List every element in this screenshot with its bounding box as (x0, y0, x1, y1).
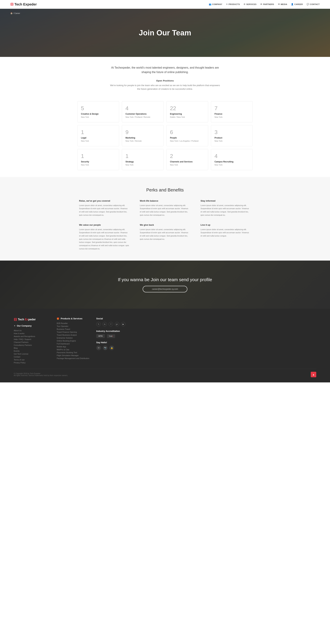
position-location: New York (214, 116, 249, 118)
footer-company-link[interactable]: Events (14, 350, 52, 352)
position-number: 2 (170, 153, 204, 159)
back-to-top-button[interactable]: ▲ (311, 372, 316, 377)
nav-partners[interactable]: 👁PARTNERS (260, 3, 274, 6)
footer-company-link[interactable]: Privacy Policy (14, 362, 52, 364)
footer-product-link[interactable]: Mobile App (57, 346, 91, 348)
footer-product-link[interactable]: Panoramic Booking Tool (57, 352, 91, 354)
footer-company-link[interactable]: Channel Partners (14, 341, 52, 343)
position-location: New York (81, 140, 116, 142)
footer-product-link[interactable]: Enterprise Solution (57, 337, 91, 339)
perk-item: Stay informed Lorem ipsum dolor sit amet… (200, 200, 251, 217)
perk-heading: We value our people (79, 224, 130, 226)
logo-text: Tech Expeder (14, 2, 37, 6)
position-card[interactable]: 6 People New York / Los Angeles / Portla… (166, 125, 208, 146)
perk-text: Lorem ipsum dolor sit amet, consectetur … (79, 228, 130, 250)
hello-instagram-icon[interactable]: 📷 (103, 346, 108, 350)
position-number: 7 (214, 106, 249, 111)
position-card[interactable]: 1 Security New York (77, 149, 119, 170)
cta-content: If you wanna be Join our team send your … (118, 277, 212, 292)
position-location: New York (170, 164, 204, 166)
position-location: Dublin / New York (170, 116, 204, 118)
position-card[interactable]: 22 Engineering Dublin / New York (166, 101, 208, 122)
footer-company-link[interactable]: How it works (14, 332, 52, 334)
positions-grid: 5 Creative & Design New York 4 Customer … (77, 101, 253, 170)
footer-logo: ⊟ Tech Expeder (14, 317, 52, 322)
position-card[interactable]: 4 Campus Recruiting New York (211, 149, 253, 170)
perk-heading: Stay informed (200, 200, 251, 202)
nav-company[interactable]: 👥COMPANY (209, 3, 222, 6)
nav-links: 👥COMPANY ✈PRODUCTS ⚙SERVICES 👁PARTNERS 👁… (209, 3, 320, 6)
position-number: 1 (81, 130, 116, 135)
position-name: Strategy (126, 160, 160, 163)
accreditation-logos: IATA TAEi (96, 334, 134, 338)
footer-company-link[interactable]: Get Tech License (14, 353, 52, 355)
position-name: Engineering (170, 113, 204, 115)
footer-product-link[interactable]: Business Travel (57, 328, 91, 330)
position-card[interactable]: 9 Marketing New York / Remote (122, 125, 164, 146)
perk-text: Lorem ipsum dolor sit amet, consectetur … (200, 228, 251, 238)
footer-product-link[interactable]: B2B Reseller (57, 322, 91, 324)
perk-text: Lorem ipsum dolor sit amet, consectetur … (79, 204, 130, 217)
footer-company-link[interactable]: Terms of use (14, 359, 52, 361)
footer-company-link[interactable]: Blog (14, 347, 52, 349)
perk-heading: Relax, we've got you covered (79, 200, 130, 202)
social-twitter-icon[interactable]: 𝕏 (96, 322, 101, 326)
social-linkedin-icon[interactable]: in (102, 322, 107, 326)
say-hello-icons: ✉ 📷 🔒 (96, 346, 134, 350)
position-card[interactable]: 1 Strategy New York (122, 149, 164, 170)
footer-company-link[interactable]: Consultancy Partners (14, 344, 52, 346)
footer-company-link[interactable]: Awards and Recognitions (14, 335, 52, 338)
logo[interactable]: ⊟ Tech Expeder (10, 2, 37, 6)
position-card[interactable]: 7 Finance New York (211, 101, 253, 122)
footer-product-link[interactable]: Travel Finance Opening (57, 331, 91, 333)
position-name: People (170, 137, 204, 139)
footer-company-links: About UsHow it worksAwards and Recogniti… (14, 330, 52, 364)
cta-email-input[interactable] (143, 286, 187, 292)
footer-product-link[interactable]: Package Management and Distribution (57, 357, 91, 360)
position-card[interactable]: 1 Legal New York (77, 125, 119, 146)
footer-company-title: ✦ Our Company (14, 324, 52, 327)
products-icon: ✈ (226, 3, 228, 6)
footer-product-link[interactable]: Travel Business Analyst (57, 334, 91, 336)
intro-text: At Techexpeder, the world's most talente… (108, 66, 222, 74)
social-googleplus-icon[interactable]: g+ (115, 322, 119, 326)
footer-company-link[interactable]: Contact (14, 356, 52, 358)
footer-copyright: © Copyright 2018 by Tech Expeder All rig… (14, 372, 68, 376)
nav-career[interactable]: 👤CAREER (291, 3, 303, 6)
footer-product-link[interactable]: Flight Simulation Manager (57, 354, 91, 356)
nav-contact[interactable]: 💬CONTACT (306, 3, 320, 6)
company-icon: 👥 (209, 3, 212, 6)
products-col-icon: 🎁 (57, 318, 59, 320)
position-card[interactable]: 4 Customer Operations New York / Portlan… (122, 101, 164, 122)
hello-email-icon[interactable]: ✉ (96, 346, 101, 350)
position-card[interactable]: 2 Channels and Services New York (166, 149, 208, 170)
footer-product-link[interactable]: Mid/Pro & Clas (57, 348, 91, 350)
footer-social-title: Social (96, 317, 134, 320)
footer-company-link[interactable]: Help / FAQ / Support (14, 338, 52, 340)
perk-item: Relax, we've got you covered Lorem ipsum… (79, 200, 130, 217)
footer-product-link[interactable]: Tour Operator (57, 325, 91, 327)
social-facebook-icon[interactable]: f (108, 322, 113, 326)
positions-section: 5 Creative & Design New York 4 Customer … (70, 101, 260, 170)
footer-product-link[interactable]: Full Dashboard (57, 343, 91, 345)
footer-products-title: 🎁 Products & Services (57, 317, 91, 320)
position-number: 4 (126, 106, 160, 111)
position-card[interactable]: 5 Creative & Design New York (77, 101, 119, 122)
footer-top: ⊟ Tech Expeder ✦ Our Company About UsHow… (14, 317, 316, 364)
perk-heading: Live it up (200, 224, 251, 226)
nav-services[interactable]: ⚙SERVICES (244, 3, 256, 6)
footer-bottom: © Copyright 2018 by Tech Expeder All rig… (14, 369, 316, 377)
open-positions-title: Open Positions (108, 80, 222, 82)
position-card[interactable]: 3 Product New York (211, 125, 253, 146)
position-name: Finance (214, 113, 249, 115)
hello-lock-icon[interactable]: 🔒 (109, 346, 114, 350)
nav-media[interactable]: 👁MEDIA (278, 3, 287, 6)
position-number: 3 (214, 130, 249, 135)
nav-products[interactable]: ✈PRODUCTS (226, 3, 240, 6)
social-youtube-icon[interactable]: ▶ (121, 322, 126, 326)
footer-product-link[interactable]: Online Booking Engine (57, 340, 91, 342)
footer-logo-text: Tech Expeder (18, 318, 36, 321)
footer-company-link[interactable]: About Us (14, 330, 52, 332)
position-location: New York (81, 116, 116, 118)
footer-empty-col (139, 317, 316, 364)
